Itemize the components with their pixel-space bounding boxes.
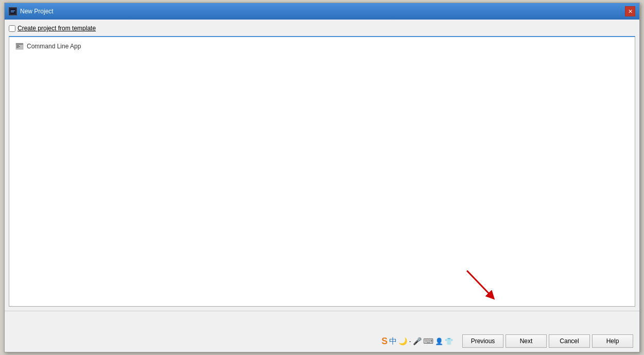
next-button[interactable]: Next [506, 334, 547, 348]
previous-button[interactable]: Previous [462, 334, 503, 348]
close-button[interactable]: ✕ [625, 6, 635, 16]
create-from-template-row: Create project from template [9, 24, 635, 33]
svg-rect-5 [16, 45, 19, 46]
taskbar-icons: S 中 🌙 · 🎤 ⌨ 👤 👕 [381, 336, 453, 347]
cancel-button[interactable]: Cancel [549, 334, 590, 348]
keyboard-icon: ⌨ [423, 337, 433, 345]
user-icon: 👤 [435, 338, 443, 345]
create-from-template-label: Create project from template [18, 25, 96, 32]
list-item[interactable]: Command Line App [13, 41, 631, 51]
svg-rect-7 [16, 47, 19, 48]
mic-icon: 🎤 [413, 337, 422, 345]
create-from-template-checkbox[interactable] [9, 25, 15, 32]
template-list-panel: Command Line App [9, 36, 635, 307]
chinese-input-icon: 中 [389, 336, 397, 346]
dot-icon: · [409, 336, 411, 347]
svg-rect-0 [10, 8, 16, 14]
bottom-bar: S 中 🌙 · 🎤 ⌨ 👤 👕 Previous Next Cancel Hel… [5, 311, 639, 352]
bottom-right-area: S 中 🌙 · 🎤 ⌨ 👤 👕 Previous Next Cancel Hel… [381, 334, 633, 348]
help-button[interactable]: Help [592, 334, 633, 348]
dialog-icon [9, 7, 17, 15]
command-line-app-icon [15, 42, 24, 50]
dialog-body: Create project from template Command Lin… [5, 20, 639, 311]
command-line-app-label: Command Line App [27, 43, 81, 50]
window-title: New Project [20, 8, 54, 15]
sogou-icon: S [381, 336, 388, 347]
svg-rect-1 [11, 10, 15, 11]
svg-rect-2 [11, 12, 14, 13]
moon-icon: 🌙 [398, 337, 407, 345]
title-bar: New Project ✕ [5, 3, 639, 20]
action-buttons: Previous Next Cancel Help [460, 334, 633, 348]
svg-rect-4 [16, 43, 23, 45]
title-bar-left: New Project [9, 7, 54, 15]
svg-rect-6 [16, 46, 20, 47]
shirt-icon: 👕 [445, 338, 453, 345]
new-project-dialog: New Project ✕ Create project from templa… [4, 3, 640, 352]
